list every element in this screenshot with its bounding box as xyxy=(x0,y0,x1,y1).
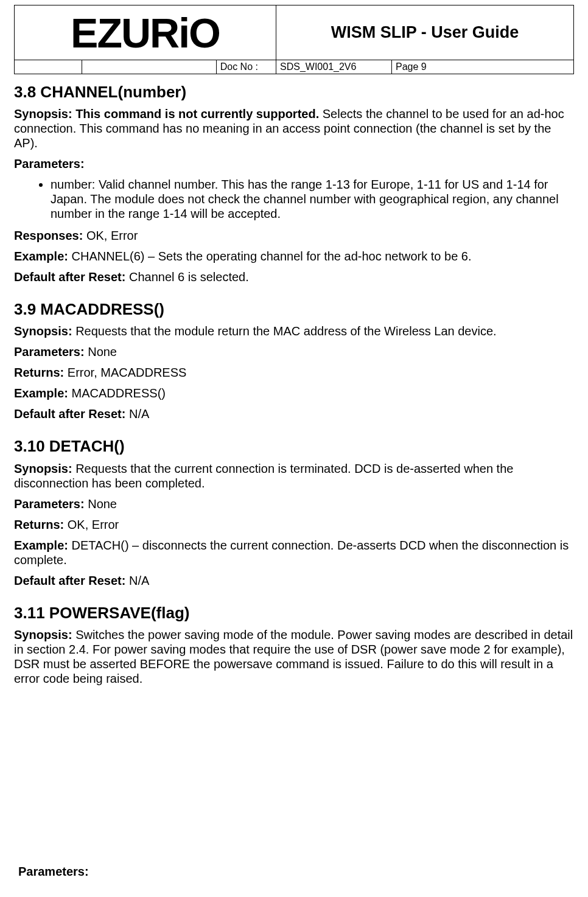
synopsis-3-8: Synopsis: This command is not currently … xyxy=(14,106,574,150)
synopsis-text: Switches the power saving mode of the mo… xyxy=(14,628,573,685)
section-heading-3-9: 3.9 MACADDRESS() xyxy=(14,300,574,319)
reset-label: Default after Reset: xyxy=(14,407,125,421)
example-label: Example: xyxy=(14,386,68,400)
reset-label: Default after Reset: xyxy=(14,270,125,284)
example-label: Example: xyxy=(14,250,68,263)
synopsis-text: Requests that the current connection is … xyxy=(14,462,513,490)
doc-title: WISM SLIP - User Guide xyxy=(276,5,574,60)
example-3-9: Example: MACADDRESS() xyxy=(14,386,574,400)
example-label: Example: xyxy=(14,539,68,552)
parameters-label: Parameters: xyxy=(14,497,85,511)
synopsis-label: Synopsis: xyxy=(14,462,72,475)
parameters-value: None xyxy=(85,345,117,358)
header-table: EZURiO WISM SLIP - User Guide Doc No : S… xyxy=(14,5,574,74)
reset-label: Default after Reset: xyxy=(14,574,125,587)
responses-3-8: Responses: OK, Error xyxy=(14,228,574,243)
example-3-8: Example: CHANNEL(6) – Sets the operating… xyxy=(14,249,574,264)
returns-label: Returns: xyxy=(14,366,64,379)
parameters-3-10: Parameters: None xyxy=(14,497,574,511)
returns-3-10: Returns: OK, Error xyxy=(14,517,574,532)
returns-3-9: Returns: Error, MACADDRESS xyxy=(14,365,574,380)
logo-cell: EZURiO xyxy=(15,5,276,60)
list-item: number: Valid channel number. This has t… xyxy=(51,177,574,221)
meta-empty xyxy=(15,60,82,74)
example-value: DETACH() – disconnects the current conne… xyxy=(14,539,569,567)
section-heading-3-11: 3.11 POWERSAVE(flag) xyxy=(14,604,574,623)
parameters-label-3-8: Parameters: xyxy=(14,156,574,171)
page-content: 3.8 CHANNEL(number) Synopsis: This comma… xyxy=(14,83,574,686)
example-value: CHANNEL(6) – Sets the operating channel … xyxy=(68,250,472,263)
parameters-value: None xyxy=(85,497,117,511)
parameters-label-bottom: Parameters: xyxy=(18,865,89,879)
logo-text: EZURiO xyxy=(71,12,220,54)
parameters-3-9: Parameters: None xyxy=(14,344,574,359)
docno-label: Doc No : xyxy=(216,60,276,74)
synopsis-3-11: Synopsis: Switches the power saving mode… xyxy=(14,627,574,686)
parameters-label: Parameters: xyxy=(14,345,85,358)
synopsis-3-10: Synopsis: Requests that the current conn… xyxy=(14,461,574,490)
synopsis-label: Synopsis: xyxy=(14,324,72,338)
synopsis-text: Requests that the module return the MAC … xyxy=(72,324,497,338)
parameters-list-3-8: number: Valid channel number. This has t… xyxy=(14,177,574,221)
docno-value: SDS_WI001_2V6 xyxy=(276,60,392,74)
synopsis-3-9: Synopsis: Requests that the module retur… xyxy=(14,324,574,338)
returns-value: OK, Error xyxy=(64,518,119,531)
reset-value: N/A xyxy=(125,407,149,421)
synopsis-label: Synopsis: xyxy=(14,628,72,641)
reset-value: N/A xyxy=(125,574,149,587)
reset-3-9: Default after Reset: N/A xyxy=(14,407,574,421)
page-label: Page 9 xyxy=(392,60,574,74)
returns-label: Returns: xyxy=(14,518,64,531)
responses-value: OK, Error xyxy=(83,229,138,242)
responses-label: Responses: xyxy=(14,229,83,242)
reset-value: Channel 6 is selected. xyxy=(125,270,248,284)
meta-empty xyxy=(82,60,216,74)
example-3-10: Example: DETACH() – disconnects the curr… xyxy=(14,538,574,567)
returns-value: Error, MACADDRESS xyxy=(64,366,186,379)
reset-3-10: Default after Reset: N/A xyxy=(14,573,574,588)
example-value: MACADDRESS() xyxy=(68,386,166,400)
section-heading-3-8: 3.8 CHANNEL(number) xyxy=(14,83,574,102)
synopsis-label: Synopsis: This command is not currently … xyxy=(14,107,319,120)
reset-3-8: Default after Reset: Channel 6 is select… xyxy=(14,270,574,284)
section-heading-3-10: 3.10 DETACH() xyxy=(14,437,574,456)
